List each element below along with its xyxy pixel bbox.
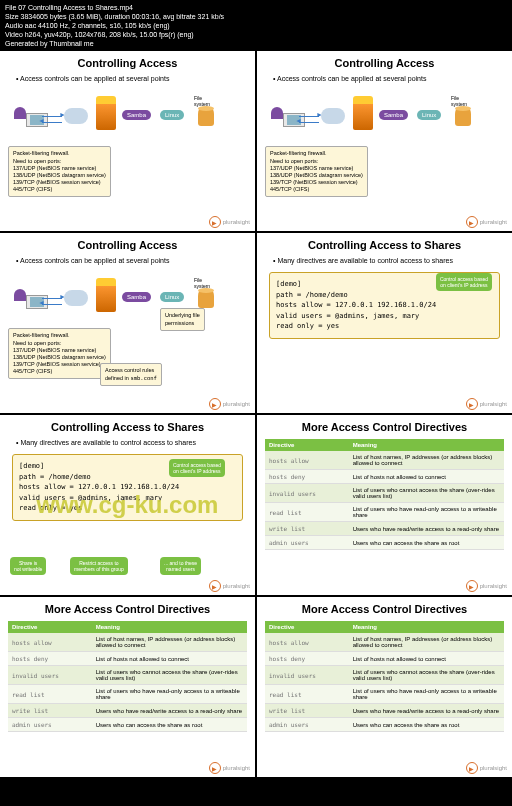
database-icon bbox=[198, 108, 214, 126]
filepermissions-callout: Underlying filepermissions bbox=[160, 308, 205, 330]
file-size: Size 3834605 bytes (3.65 MiB), duration … bbox=[5, 12, 507, 21]
generator: Generated by Thumbnail me bbox=[5, 39, 507, 48]
firewall-icon bbox=[96, 102, 116, 130]
brand-logo: pluralsight bbox=[209, 216, 250, 228]
bullet: Many directives are available to control… bbox=[273, 257, 504, 264]
slide-5: Controlling Access to Shares Many direct… bbox=[0, 415, 255, 595]
slide-title: Controlling Access bbox=[8, 239, 247, 251]
not-writeable-tag: Share isnot writeable bbox=[10, 557, 46, 575]
restrict-group-tag: Restrict access tomembers of this group bbox=[70, 557, 128, 575]
slide-7: More Access Control Directives Directive… bbox=[0, 597, 255, 777]
ports-callout: Packet-filtering firewall. Need to open … bbox=[8, 146, 111, 197]
file-name: File 07 Controlling Access to Shares.mp4 bbox=[5, 3, 507, 12]
file-video: Video h264, yuv420p, 1024x768, 208 kb/s,… bbox=[5, 30, 507, 39]
linux-box: Linux bbox=[160, 110, 184, 120]
bullet: Many directives are available to control… bbox=[16, 439, 247, 446]
filesystem-label: Filesystem bbox=[194, 95, 210, 107]
play-icon bbox=[209, 216, 221, 228]
slide-2: Controlling Access Access controls can b… bbox=[257, 51, 512, 231]
slide-title: Controlling Access to Shares bbox=[265, 239, 504, 251]
directives-table: DirectiveMeaning hosts allowList of host… bbox=[265, 621, 504, 732]
named-users-tag: ... and to thesenamed users bbox=[160, 557, 201, 575]
file-audio: Audio aac 44100 Hz, 2 channels, s16, 105… bbox=[5, 21, 507, 30]
directives-table: DirectiveMeaning hosts allowList of host… bbox=[8, 621, 247, 732]
slide-title: More Access Control Directives bbox=[8, 603, 247, 615]
slide-title: More Access Control Directives bbox=[265, 603, 504, 615]
ports-callout: Packet-filtering firewall. Need to open … bbox=[8, 328, 111, 379]
ports-callout: Packet-filtering firewall. Need to open … bbox=[265, 146, 368, 197]
slide-6: More Access Control Directives Directive… bbox=[257, 415, 512, 595]
bullet: Access controls can be applied at severa… bbox=[16, 257, 247, 264]
slide-title: Controlling Access to Shares bbox=[8, 421, 247, 433]
slide-1: Controlling Access Access controls can b… bbox=[0, 51, 255, 231]
slide-title: Controlling Access bbox=[265, 57, 504, 69]
bullet: Access controls can be applied at severa… bbox=[273, 75, 504, 82]
access-rules-callout: Access control rulesdefined in smb.conf bbox=[100, 363, 162, 385]
slide-4: Controlling Access to Shares Many direct… bbox=[257, 233, 512, 413]
slide-title: More Access Control Directives bbox=[265, 421, 504, 433]
directives-table: DirectiveMeaning hosts allowList of host… bbox=[265, 439, 504, 550]
file-metadata: File 07 Controlling Access to Shares.mp4… bbox=[0, 0, 512, 51]
cloud-icon bbox=[64, 108, 88, 124]
slide-8: More Access Control Directives Directive… bbox=[257, 597, 512, 777]
ip-control-tag: Control access basedon client's IP addre… bbox=[436, 273, 492, 291]
slide-3: Controlling Access Access controls can b… bbox=[0, 233, 255, 413]
bullet: Access controls can be applied at severa… bbox=[16, 75, 247, 82]
ip-control-tag: Control access basedon client's IP addre… bbox=[169, 459, 225, 477]
samba-box: Samba bbox=[122, 110, 151, 120]
thumbnail-grid: Controlling Access Access controls can b… bbox=[0, 51, 512, 777]
slide-title: Controlling Access bbox=[8, 57, 247, 69]
